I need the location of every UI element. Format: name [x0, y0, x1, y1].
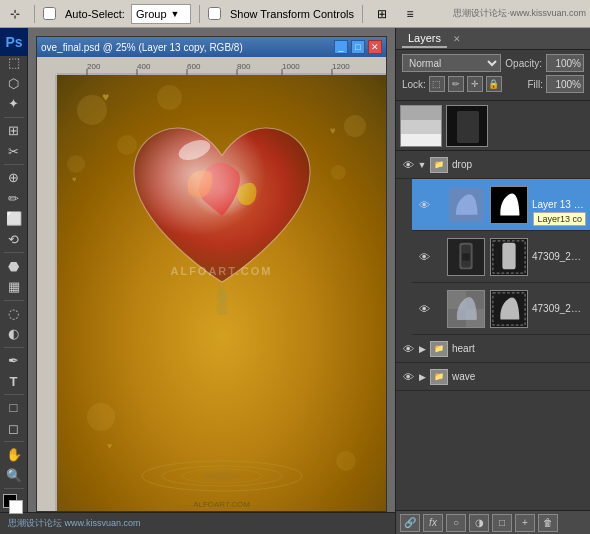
layer-strip-thumb-1	[400, 105, 442, 147]
tool-sep-2	[4, 164, 24, 165]
heart-svg	[112, 95, 332, 315]
auto-select-checkbox[interactable]	[43, 7, 56, 20]
layer-visibility-drop[interactable]: 👁	[400, 157, 416, 173]
layer-expand-wave[interactable]: ▶	[416, 371, 428, 383]
layer-group-btn[interactable]: □	[492, 514, 512, 532]
toolbar-sep-3	[362, 5, 363, 23]
layer-item-47309-1[interactable]: 👁 47309_2826...	[412, 231, 590, 283]
color-swatches[interactable]	[3, 494, 25, 512]
layers-list[interactable]: 👁 ▼ 📁 drop 👁	[396, 151, 590, 510]
layer-visibility-heart[interactable]: 👁	[400, 341, 416, 357]
align-left-icon[interactable]: ⊞	[371, 3, 393, 25]
tool-gradient[interactable]: ▦	[3, 277, 25, 297]
layer-item-heart-group[interactable]: 👁 ▶ 📁 heart	[396, 335, 590, 363]
layer-visibility-47309-1[interactable]: 👁	[416, 249, 432, 265]
svg-rect-21	[401, 106, 442, 120]
layer-link-btn[interactable]: 🔗	[400, 514, 420, 532]
blend-opacity-row: Normal Opacity:	[402, 54, 584, 72]
tool-lasso[interactable]: ⬡	[3, 73, 25, 93]
water-ripple	[122, 451, 322, 501]
ruler-vertical	[37, 57, 57, 511]
top-toolbar: ⊹ Auto-Select: Group ▼ Show Transform Co…	[0, 0, 590, 28]
tool-eraser[interactable]: ⬣	[3, 256, 25, 276]
layer-style-btn[interactable]: fx	[423, 514, 443, 532]
show-transform-checkbox[interactable]	[208, 7, 221, 20]
layers-panel-header: Layers ✕	[396, 28, 590, 50]
layer-item-wave-group[interactable]: 👁 ▶ 📁 wave	[396, 363, 590, 391]
tool-dodge[interactable]: ◐	[3, 324, 25, 344]
layer-adjustment-btn[interactable]: ◑	[469, 514, 489, 532]
window-close-btn[interactable]: ✕	[368, 40, 382, 54]
tool-stamp[interactable]: ⬜	[3, 209, 25, 229]
layer-expand-drop[interactable]: ▼	[416, 159, 428, 171]
svg-rect-31	[462, 253, 470, 261]
layer-info-drop: drop	[450, 159, 586, 170]
layer-mask-47309-1	[490, 238, 528, 276]
tool-sep-6	[4, 394, 24, 395]
tool-brush[interactable]: ✏	[3, 188, 25, 208]
layer-item-47309-2[interactable]: 👁 47309_2826..	[412, 283, 590, 335]
tool-blur[interactable]: ◌	[3, 303, 25, 323]
layer-visibility-47309-2[interactable]: 👁	[416, 301, 432, 317]
tool-crop[interactable]: ⊞	[3, 121, 25, 141]
layer-name-wave: wave	[452, 371, 584, 382]
canvas-area: ove_final.psd @ 25% (Layer 13 copy, RGB/…	[28, 28, 395, 512]
layers-tab-close[interactable]: ✕	[453, 34, 461, 44]
blend-mode-select[interactable]: Normal	[402, 54, 501, 72]
align-center-icon[interactable]: ≡	[399, 3, 421, 25]
svg-rect-34	[502, 242, 515, 269]
doc-content: 200 400 600 800 1000 1200	[37, 57, 386, 511]
tool-zoom[interactable]: 🔍	[3, 466, 25, 486]
layer-item-drop-group[interactable]: 👁 ▼ 📁 drop	[396, 151, 590, 179]
tool-slice[interactable]: ✂	[3, 141, 25, 161]
logo-text: 思潮设计论坛·www.kissvuan.com	[453, 7, 586, 20]
lock-transparent-btn[interactable]: ⬚	[429, 76, 445, 92]
layer-info-47309-2: 47309_2826...	[530, 303, 586, 314]
ruler-corner	[37, 57, 57, 75]
layer-thumb-47309-2	[447, 290, 485, 328]
layer-mask-btn[interactable]: ○	[446, 514, 466, 532]
layer-thumb-47309-1	[447, 238, 485, 276]
tool-history-brush[interactable]: ⟲	[3, 230, 25, 250]
svg-text:1000: 1000	[282, 62, 300, 71]
layer-new-btn[interactable]: +	[515, 514, 535, 532]
layer-expand-heart[interactable]: ▶	[416, 343, 428, 355]
fill-input[interactable]	[546, 75, 584, 93]
tool-shape[interactable]: □	[3, 398, 25, 418]
canvas-image[interactable]: ♥ ♥ ♥ ♥	[57, 75, 386, 511]
window-minimize-btn[interactable]: _	[334, 40, 348, 54]
ruler-horizontal: 200 400 600 800 1000 1200	[57, 57, 386, 75]
group-dropdown[interactable]: Group ▼	[131, 4, 191, 24]
lock-image-btn[interactable]: ✏	[448, 76, 464, 92]
lock-all-btn[interactable]: 🔒	[486, 76, 502, 92]
watermark: ALFOART.COM	[170, 265, 272, 277]
auto-select-label: Auto-Select:	[65, 8, 125, 20]
layer-thumb-strip	[396, 101, 590, 151]
tool-sep-5	[4, 347, 24, 348]
bottom-status-bar: 思潮设计论坛 www.kissvuan.com	[0, 512, 395, 534]
window-maximize-btn[interactable]: □	[351, 40, 365, 54]
svg-text:600: 600	[187, 62, 201, 71]
tool-panel: ↖ ⬚ ⬡ ✦ ⊞ ✂ ⊕ ✏ ⬜ ⟲ ⬣ ▦ ◌ ◐ ✒ T □ ◻ ✋ 🔍	[0, 28, 28, 512]
layer-visibility-layer13[interactable]: 👁	[416, 197, 432, 213]
tool-magic-wand[interactable]: ✦	[3, 94, 25, 114]
move-tool-icon[interactable]: ⊹	[4, 3, 26, 25]
layer-mask-layer13	[490, 186, 528, 224]
tool-pen[interactable]: ✒	[3, 351, 25, 371]
tool-sep-4	[4, 300, 24, 301]
toolbar-sep-1	[34, 5, 35, 23]
tool-type[interactable]: T	[3, 371, 25, 391]
tool-note[interactable]: ◻	[3, 419, 25, 439]
lock-position-btn[interactable]: ✛	[467, 76, 483, 92]
tool-heal[interactable]: ⊕	[3, 168, 25, 188]
svg-rect-22	[401, 120, 442, 134]
doc-title: ove_final.psd @ 25% (Layer 13 copy, RGB/…	[41, 42, 331, 53]
layer-item-layer13[interactable]: 👁 Layer 13 c... Layer13 co	[412, 179, 590, 231]
bottom-site-text: 思潮设计论坛 www.kissvuan.com	[8, 517, 141, 530]
opacity-input[interactable]	[546, 54, 584, 72]
layer-delete-btn[interactable]: 🗑	[538, 514, 558, 532]
layer-name-47309-1: 47309_2826...	[532, 251, 584, 262]
layers-tab[interactable]: Layers	[402, 30, 447, 48]
tool-hand[interactable]: ✋	[3, 445, 25, 465]
layer-visibility-wave[interactable]: 👁	[400, 369, 416, 385]
